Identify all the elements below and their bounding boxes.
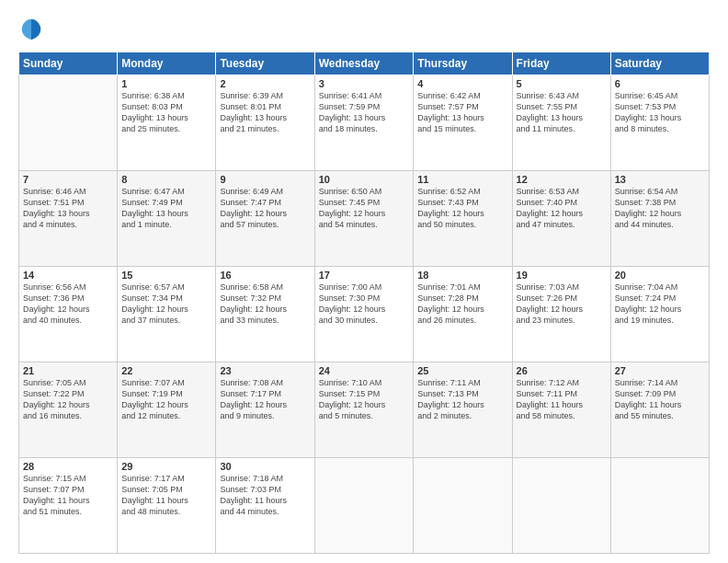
calendar-cell: 29Sunrise: 7:17 AM Sunset: 7:05 PM Dayli… bbox=[118, 458, 216, 554]
weekday-header: Tuesday bbox=[216, 52, 314, 75]
day-number: 10 bbox=[319, 174, 410, 185]
day-number: 3 bbox=[319, 78, 410, 89]
calendar-week-row: 7Sunrise: 6:46 AM Sunset: 7:51 PM Daylig… bbox=[19, 171, 710, 267]
weekday-header: Wednesday bbox=[314, 52, 414, 75]
day-info: Sunrise: 6:41 AM Sunset: 7:59 PM Dayligh… bbox=[319, 90, 410, 135]
calendar-cell: 24Sunrise: 7:10 AM Sunset: 7:15 PM Dayli… bbox=[314, 362, 414, 458]
calendar-week-row: 28Sunrise: 7:15 AM Sunset: 7:07 PM Dayli… bbox=[19, 458, 710, 554]
calendar-cell bbox=[610, 458, 709, 554]
calendar-cell: 12Sunrise: 6:53 AM Sunset: 7:40 PM Dayli… bbox=[512, 171, 610, 267]
calendar-cell: 8Sunrise: 6:47 AM Sunset: 7:49 PM Daylig… bbox=[118, 171, 216, 267]
calendar-cell: 25Sunrise: 7:11 AM Sunset: 7:13 PM Dayli… bbox=[414, 362, 512, 458]
day-info: Sunrise: 6:58 AM Sunset: 7:32 PM Dayligh… bbox=[220, 282, 310, 327]
day-info: Sunrise: 7:15 AM Sunset: 7:07 PM Dayligh… bbox=[23, 473, 113, 518]
calendar-cell: 17Sunrise: 7:00 AM Sunset: 7:30 PM Dayli… bbox=[314, 267, 414, 362]
weekday-header: Saturday bbox=[610, 52, 709, 75]
day-number: 17 bbox=[319, 270, 410, 281]
day-number: 19 bbox=[517, 270, 607, 281]
calendar-cell: 4Sunrise: 6:42 AM Sunset: 7:57 PM Daylig… bbox=[414, 75, 512, 171]
day-info: Sunrise: 7:01 AM Sunset: 7:28 PM Dayligh… bbox=[417, 282, 507, 327]
day-number: 11 bbox=[417, 174, 507, 185]
calendar-cell: 23Sunrise: 7:08 AM Sunset: 7:17 PM Dayli… bbox=[216, 362, 314, 458]
day-info: Sunrise: 6:52 AM Sunset: 7:43 PM Dayligh… bbox=[417, 186, 507, 231]
day-info: Sunrise: 6:47 AM Sunset: 7:49 PM Dayligh… bbox=[121, 186, 211, 231]
day-info: Sunrise: 6:42 AM Sunset: 7:57 PM Dayligh… bbox=[417, 90, 507, 135]
calendar-header-row: SundayMondayTuesdayWednesdayThursdayFrid… bbox=[19, 52, 710, 75]
day-info: Sunrise: 6:53 AM Sunset: 7:40 PM Dayligh… bbox=[517, 186, 607, 231]
calendar-cell: 14Sunrise: 6:56 AM Sunset: 7:36 PM Dayli… bbox=[19, 267, 118, 362]
day-info: Sunrise: 7:04 AM Sunset: 7:24 PM Dayligh… bbox=[615, 282, 705, 327]
day-info: Sunrise: 7:18 AM Sunset: 7:03 PM Dayligh… bbox=[220, 473, 310, 518]
weekday-header: Monday bbox=[118, 52, 216, 75]
calendar-cell: 13Sunrise: 6:54 AM Sunset: 7:38 PM Dayli… bbox=[610, 171, 709, 267]
day-info: Sunrise: 7:03 AM Sunset: 7:26 PM Dayligh… bbox=[517, 282, 607, 327]
day-number: 2 bbox=[220, 78, 310, 89]
day-number: 26 bbox=[517, 365, 607, 376]
day-number: 30 bbox=[220, 461, 310, 472]
day-number: 18 bbox=[417, 270, 507, 281]
calendar-cell bbox=[512, 458, 610, 554]
calendar-cell bbox=[19, 75, 118, 171]
day-number: 24 bbox=[319, 365, 410, 376]
weekday-header: Thursday bbox=[414, 52, 512, 75]
day-info: Sunrise: 7:10 AM Sunset: 7:15 PM Dayligh… bbox=[319, 377, 410, 422]
calendar-cell: 7Sunrise: 6:46 AM Sunset: 7:51 PM Daylig… bbox=[19, 171, 118, 267]
calendar-cell bbox=[314, 458, 414, 554]
calendar-week-row: 1Sunrise: 6:38 AM Sunset: 8:03 PM Daylig… bbox=[19, 75, 710, 171]
calendar-cell: 26Sunrise: 7:12 AM Sunset: 7:11 PM Dayli… bbox=[512, 362, 610, 458]
day-number: 12 bbox=[517, 174, 607, 185]
calendar-cell: 27Sunrise: 7:14 AM Sunset: 7:09 PM Dayli… bbox=[610, 362, 709, 458]
page-header bbox=[18, 17, 710, 42]
calendar-cell: 30Sunrise: 7:18 AM Sunset: 7:03 PM Dayli… bbox=[216, 458, 314, 554]
calendar-cell: 9Sunrise: 6:49 AM Sunset: 7:47 PM Daylig… bbox=[216, 171, 314, 267]
day-number: 28 bbox=[23, 461, 113, 472]
day-info: Sunrise: 6:39 AM Sunset: 8:01 PM Dayligh… bbox=[220, 90, 310, 135]
day-number: 23 bbox=[220, 365, 310, 376]
weekday-header: Sunday bbox=[19, 52, 118, 75]
day-number: 9 bbox=[220, 174, 310, 185]
day-info: Sunrise: 7:00 AM Sunset: 7:30 PM Dayligh… bbox=[319, 282, 410, 327]
day-info: Sunrise: 6:46 AM Sunset: 7:51 PM Dayligh… bbox=[23, 186, 113, 231]
day-number: 27 bbox=[615, 365, 705, 376]
day-info: Sunrise: 6:38 AM Sunset: 8:03 PM Dayligh… bbox=[121, 90, 211, 135]
calendar-cell: 10Sunrise: 6:50 AM Sunset: 7:45 PM Dayli… bbox=[314, 171, 414, 267]
day-number: 8 bbox=[121, 174, 211, 185]
calendar-cell: 16Sunrise: 6:58 AM Sunset: 7:32 PM Dayli… bbox=[216, 267, 314, 362]
calendar-cell: 5Sunrise: 6:43 AM Sunset: 7:55 PM Daylig… bbox=[512, 75, 610, 171]
day-number: 21 bbox=[23, 365, 113, 376]
calendar-week-row: 14Sunrise: 6:56 AM Sunset: 7:36 PM Dayli… bbox=[19, 267, 710, 362]
day-number: 25 bbox=[417, 365, 507, 376]
day-info: Sunrise: 7:05 AM Sunset: 7:22 PM Dayligh… bbox=[23, 377, 113, 422]
calendar-table: SundayMondayTuesdayWednesdayThursdayFrid… bbox=[18, 52, 710, 554]
day-number: 1 bbox=[121, 78, 211, 89]
calendar-cell: 22Sunrise: 7:07 AM Sunset: 7:19 PM Dayli… bbox=[118, 362, 216, 458]
calendar-cell: 3Sunrise: 6:41 AM Sunset: 7:59 PM Daylig… bbox=[314, 75, 414, 171]
logo-icon bbox=[18, 17, 44, 42]
day-number: 5 bbox=[517, 78, 607, 89]
day-number: 15 bbox=[121, 270, 211, 281]
day-info: Sunrise: 6:45 AM Sunset: 7:53 PM Dayligh… bbox=[615, 90, 705, 135]
calendar-cell: 21Sunrise: 7:05 AM Sunset: 7:22 PM Dayli… bbox=[19, 362, 118, 458]
day-number: 16 bbox=[220, 270, 310, 281]
day-info: Sunrise: 6:56 AM Sunset: 7:36 PM Dayligh… bbox=[23, 282, 113, 327]
calendar-week-row: 21Sunrise: 7:05 AM Sunset: 7:22 PM Dayli… bbox=[19, 362, 710, 458]
day-info: Sunrise: 6:49 AM Sunset: 7:47 PM Dayligh… bbox=[220, 186, 310, 231]
day-info: Sunrise: 7:12 AM Sunset: 7:11 PM Dayligh… bbox=[517, 377, 607, 422]
day-number: 14 bbox=[23, 270, 113, 281]
day-number: 29 bbox=[121, 461, 211, 472]
day-number: 6 bbox=[615, 78, 705, 89]
day-info: Sunrise: 7:07 AM Sunset: 7:19 PM Dayligh… bbox=[121, 377, 211, 422]
calendar-cell: 11Sunrise: 6:52 AM Sunset: 7:43 PM Dayli… bbox=[414, 171, 512, 267]
weekday-header: Friday bbox=[512, 52, 610, 75]
day-number: 7 bbox=[23, 174, 113, 185]
day-number: 13 bbox=[615, 174, 705, 185]
day-info: Sunrise: 6:57 AM Sunset: 7:34 PM Dayligh… bbox=[121, 282, 211, 327]
day-info: Sunrise: 7:14 AM Sunset: 7:09 PM Dayligh… bbox=[615, 377, 705, 422]
calendar-cell: 18Sunrise: 7:01 AM Sunset: 7:28 PM Dayli… bbox=[414, 267, 512, 362]
calendar-cell: 20Sunrise: 7:04 AM Sunset: 7:24 PM Dayli… bbox=[610, 267, 709, 362]
calendar-cell: 28Sunrise: 7:15 AM Sunset: 7:07 PM Dayli… bbox=[19, 458, 118, 554]
day-info: Sunrise: 6:50 AM Sunset: 7:45 PM Dayligh… bbox=[319, 186, 410, 231]
calendar-cell bbox=[414, 458, 512, 554]
calendar-cell: 15Sunrise: 6:57 AM Sunset: 7:34 PM Dayli… bbox=[118, 267, 216, 362]
day-info: Sunrise: 7:08 AM Sunset: 7:17 PM Dayligh… bbox=[220, 377, 310, 422]
